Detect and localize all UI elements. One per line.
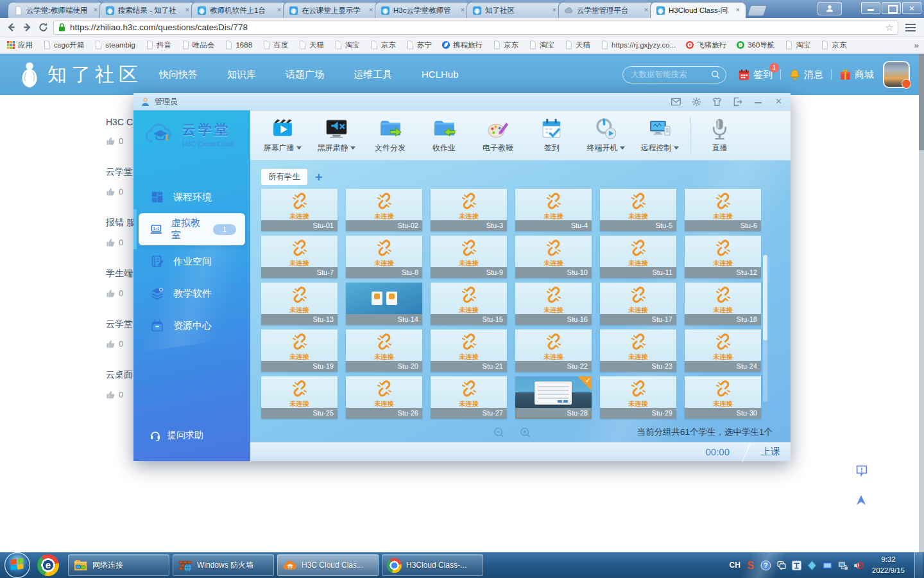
- taskbar-button[interactable]: 网络连接: [68, 554, 169, 576]
- browser-tab[interactable]: 搜索结果 - 知了社 ×: [99, 2, 196, 18]
- bookmarks-overflow-chevron[interactable]: »: [914, 40, 919, 50]
- logout-icon[interactable]: [732, 96, 743, 107]
- ime-icon[interactable]: [791, 560, 802, 571]
- student-card[interactable]: 未连接 Stu-16: [515, 283, 592, 325]
- add-group-button[interactable]: +: [315, 171, 323, 183]
- window-minimize-button[interactable]: [861, 2, 880, 14]
- bookmark-item[interactable]: 淘宝: [334, 40, 360, 50]
- page-scrollbar[interactable]: [919, 54, 924, 552]
- site-nav-item[interactable]: 运维工具: [354, 69, 392, 81]
- toolbar-button[interactable]: 直播: [690, 117, 744, 153]
- student-card[interactable]: 未连接 Stu-10: [515, 236, 592, 278]
- browser-tab[interactable]: 云学堂:教师端使用 ×: [8, 2, 104, 18]
- student-card[interactable]: 未连接 Stu-8: [346, 236, 422, 278]
- https-lock-icon[interactable]: [58, 22, 66, 32]
- bookmark-item[interactable]: csgo开箱: [42, 40, 84, 50]
- bookmark-item[interactable]: 京东: [820, 40, 846, 50]
- grid-scrollbar-thumb[interactable]: [763, 255, 767, 340]
- question-title[interactable]: 学生端: [106, 268, 135, 279]
- thumbs-up-icon[interactable]: [106, 339, 116, 349]
- question-title[interactable]: H3C C: [106, 117, 135, 127]
- student-card[interactable]: 未连接 Stu-25: [261, 376, 338, 419]
- student-card[interactable]: 未连接 Stu-9: [431, 236, 507, 278]
- bookmark-item[interactable]: 飞猪旅行: [685, 40, 726, 50]
- student-card[interactable]: 未连接 Stu-11: [600, 236, 676, 278]
- sidebar-menu-item[interactable]: 1+1 虚拟教室 1: [139, 213, 245, 245]
- student-card[interactable]: 未连接 Stu-4: [515, 189, 592, 231]
- bookmark-item[interactable]: https://rj.gxjyzy.co...: [600, 40, 676, 49]
- question-title[interactable]: 云学堂: [106, 166, 135, 178]
- bookmark-item[interactable]: 百度: [262, 40, 288, 50]
- bookmark-star-icon[interactable]: ☆: [886, 22, 894, 32]
- browser-tab[interactable]: 云学堂管理平台 ×: [558, 2, 654, 18]
- app-minimize-icon[interactable]: [753, 96, 764, 107]
- sidebar-menu-item[interactable]: 资源中心: [133, 310, 250, 342]
- tab-close-icon[interactable]: ×: [367, 6, 375, 14]
- window-close-button[interactable]: [902, 2, 921, 14]
- student-card[interactable]: 未连接 Stu-23: [600, 329, 676, 372]
- question-item[interactable]: 云学堂 0: [106, 319, 135, 349]
- browser-tab[interactable]: 教师机软件上1台 ×: [191, 2, 287, 18]
- signin-button[interactable]: 签到 1: [738, 69, 773, 81]
- settings-gear-icon[interactable]: [691, 96, 702, 107]
- student-card[interactable]: 未连接 Stu-19: [261, 329, 338, 372]
- tab-close-icon[interactable]: ×: [734, 6, 742, 14]
- tab-close-icon[interactable]: ×: [275, 6, 283, 14]
- site-nav-item[interactable]: 话题广场: [286, 69, 324, 81]
- question-item[interactable]: 云桌面 0: [106, 369, 135, 399]
- tab-close-icon[interactable]: ×: [551, 6, 558, 14]
- student-card[interactable]: 未连接 Stu-5: [600, 189, 676, 231]
- student-card[interactable]: 未连接 Stu-6: [685, 189, 761, 231]
- site-nav-item[interactable]: 知识库: [227, 69, 256, 81]
- scrollbar-thumb[interactable]: [919, 54, 924, 150]
- student-card[interactable]: 未连接 Stu-7: [261, 236, 338, 278]
- browser-profile-button[interactable]: [817, 2, 842, 15]
- question-item[interactable]: 学生端 0: [106, 268, 135, 298]
- student-card[interactable]: 未连接 Stu-24: [685, 329, 761, 372]
- search-input[interactable]: [631, 70, 710, 79]
- student-card[interactable]: 未连接 Stu-3: [431, 189, 507, 231]
- url-box[interactable]: https://zhiliao.h3c.com/questions/catesD…: [53, 21, 898, 35]
- bookmark-item[interactable]: 1688: [224, 40, 252, 49]
- toolbar-button[interactable]: 黑屏肃静: [309, 117, 363, 153]
- student-card[interactable]: 未连接 Stu-02: [346, 189, 422, 231]
- question-title[interactable]: 云学堂: [106, 319, 135, 330]
- toolbar-button[interactable]: 收作业: [417, 117, 471, 153]
- sogou-icon[interactable]: S: [745, 560, 756, 571]
- question-item[interactable]: 报错 服 0: [106, 217, 135, 247]
- app-close-icon[interactable]: [773, 96, 784, 107]
- thumbs-up-icon[interactable]: [106, 187, 116, 197]
- new-tab-button[interactable]: [747, 5, 767, 16]
- student-card[interactable]: 未连接 Stu-21: [431, 329, 507, 372]
- bookmark-item[interactable]: 淘宝: [784, 40, 810, 50]
- bookmark-item[interactable]: 苏宁: [406, 40, 432, 50]
- browser-tab[interactable]: 在云课堂上显示学 ×: [283, 2, 379, 18]
- bookmark-item[interactable]: 360导航: [736, 40, 774, 50]
- toolbar-button[interactable]: 文件分发: [363, 117, 417, 153]
- user-avatar[interactable]: [883, 61, 910, 88]
- student-card[interactable]: 未连接 Stu-22: [515, 329, 592, 372]
- bookmark-item[interactable]: 唯品会: [181, 40, 215, 50]
- ethernet-icon[interactable]: [837, 560, 848, 571]
- student-card[interactable]: 未连接 Stu-28: [515, 376, 592, 419]
- messages-button[interactable]: 消息: [789, 69, 823, 81]
- bookmark-item[interactable]: 天猫: [298, 40, 324, 50]
- site-search[interactable]: [622, 66, 726, 83]
- browser-tab[interactable]: H3Cloud Class-问 ×: [650, 2, 746, 18]
- browser-menu-icon[interactable]: [902, 21, 919, 34]
- start-button-icon[interactable]: [4, 552, 31, 578]
- mall-button[interactable]: 商城: [839, 69, 874, 81]
- thumbs-up-icon[interactable]: [106, 390, 116, 399]
- bookmark-item[interactable]: 天猫: [564, 40, 590, 50]
- zoom-out-icon[interactable]: [493, 426, 505, 439]
- student-card[interactable]: 未连接 Stu-01: [261, 189, 338, 231]
- question-item[interactable]: 云学堂 0: [106, 166, 135, 197]
- bookmark-item[interactable]: 京东: [492, 40, 518, 50]
- start-class-button[interactable]: 上课: [761, 446, 780, 458]
- browser-tab[interactable]: 知了社区 ×: [466, 2, 563, 18]
- tab-close-icon[interactable]: ×: [92, 6, 99, 14]
- ask-help-button[interactable]: 提问求助: [149, 429, 203, 442]
- question-title[interactable]: 云桌面: [106, 369, 135, 381]
- toolbar-button[interactable]: 电子教鞭: [471, 117, 525, 153]
- student-card[interactable]: 未连接 Stu-30: [685, 376, 761, 419]
